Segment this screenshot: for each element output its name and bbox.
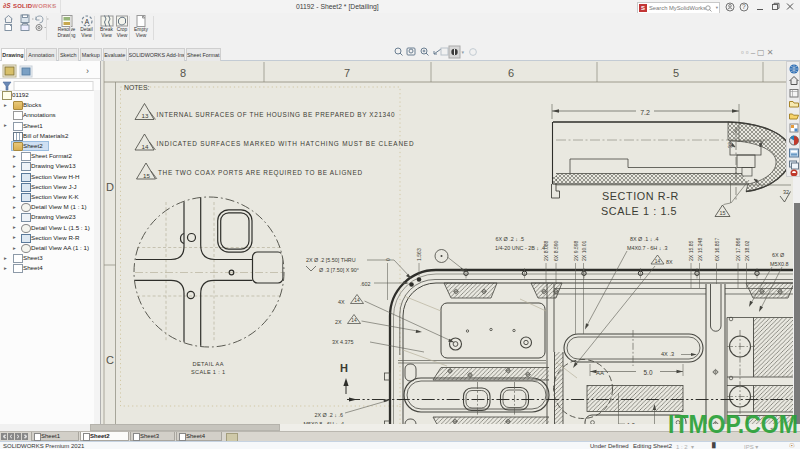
svg-text:6X 16.857: 6X 16.857 <box>714 238 720 261</box>
svg-text:14: 14 <box>655 259 661 264</box>
svg-text:SECTION R-R: SECTION R-R <box>602 190 679 202</box>
svg-text:2X Ø .2 ↓ .6: 2X Ø .2 ↓ .6 <box>315 412 343 418</box>
svg-text:SCALE 1 : 1: SCALE 1 : 1 <box>191 369 225 375</box>
svg-text:4X: 4X <box>338 299 345 305</box>
svg-text:4X .3: 4X .3 <box>661 351 674 357</box>
svg-text:7: 7 <box>344 67 350 79</box>
svg-text:14: 14 <box>351 318 357 323</box>
svg-text:A: A <box>84 18 89 25</box>
svg-text:AA: AA <box>596 370 604 376</box>
svg-text:INDICATED SURFACES MARKED WITH: INDICATED SURFACES MARKED WITH HATCHING … <box>157 140 414 147</box>
svg-text:▾: ▾ <box>462 49 465 55</box>
svg-text:2X 15.248: 2X 15.248 <box>697 238 703 261</box>
svg-text:THE TWO COAX PORTS ARE REQUIRE: THE TWO COAX PORTS ARE REQUIRED TO BE AL… <box>158 169 362 177</box>
svg-text:C: C <box>106 354 114 366</box>
svg-text:13: 13 <box>142 112 149 119</box>
svg-text:32: 32 <box>783 189 789 195</box>
svg-text:6: 6 <box>508 67 514 79</box>
svg-text:8X: 8X <box>666 259 673 265</box>
svg-text:7.2: 7.2 <box>640 109 650 116</box>
svg-text:15: 15 <box>143 172 150 179</box>
svg-text:0: 0 <box>385 258 391 261</box>
svg-text:2X Ø .2 [5.50] THRU: 2X Ø .2 [5.50] THRU <box>306 257 356 263</box>
svg-text:32: 32 <box>727 142 733 148</box>
svg-text:6X Ø: 6X Ø <box>772 252 785 258</box>
svg-text:2X 18.02: 2X 18.02 <box>744 240 750 261</box>
svg-text:6X 8.590: 6X 8.590 <box>553 240 559 261</box>
svg-text:14: 14 <box>142 143 149 150</box>
svg-text:2X 15.85: 2X 15.85 <box>688 240 694 261</box>
svg-text:2X 9.598: 2X 9.598 <box>573 240 579 261</box>
svg-text:5: 5 <box>673 67 679 79</box>
svg-text:1/4-20 UNC - 2B ↓ .4: 1/4-20 UNC - 2B ↓ .4 <box>495 245 545 251</box>
svg-text:Ø .3 [7.50] X 90°: Ø .3 [7.50] X 90° <box>319 267 359 273</box>
svg-text:1.563: 1.563 <box>416 248 422 261</box>
svg-text:D: D <box>106 181 114 193</box>
svg-text:15: 15 <box>720 210 726 216</box>
svg-text:2X: 2X <box>335 319 342 325</box>
svg-text:8X Ø .1 ↓ .4: 8X Ø .1 ↓ .4 <box>630 236 658 242</box>
svg-text:3X 4.375: 3X 4.375 <box>332 339 354 345</box>
svg-text:SCALE 1 : 1.5: SCALE 1 : 1.5 <box>601 205 677 217</box>
svg-text:NOTES:: NOTES: <box>124 84 149 91</box>
svg-text:INTERNAL SURFACES OF THE HOUSI: INTERNAL SURFACES OF THE HOUSING BE PREP… <box>157 111 395 118</box>
svg-text:›: › <box>86 66 89 76</box>
svg-text:2X 17.866: 2X 17.866 <box>735 238 741 261</box>
svg-text:5.0: 5.0 <box>644 369 653 376</box>
svg-text:M5X0.8: M5X0.8 <box>770 261 789 267</box>
svg-text:.602: .602 <box>360 281 371 287</box>
svg-text:8: 8 <box>180 67 186 79</box>
svg-text:6X Ø .2 ↓ .5: 6X Ø .2 ↓ .5 <box>496 236 524 242</box>
svg-text:H: H <box>340 362 348 374</box>
svg-text:?: ? <box>742 3 746 10</box>
svg-text:DETAIL AA: DETAIL AA <box>193 361 224 367</box>
svg-text:14: 14 <box>354 298 360 303</box>
svg-text:2X 10.01: 2X 10.01 <box>581 240 587 261</box>
svg-text:M4X0.7 - 6H ↓ .3: M4X0.7 - 6H ↓ .3 <box>627 245 667 251</box>
